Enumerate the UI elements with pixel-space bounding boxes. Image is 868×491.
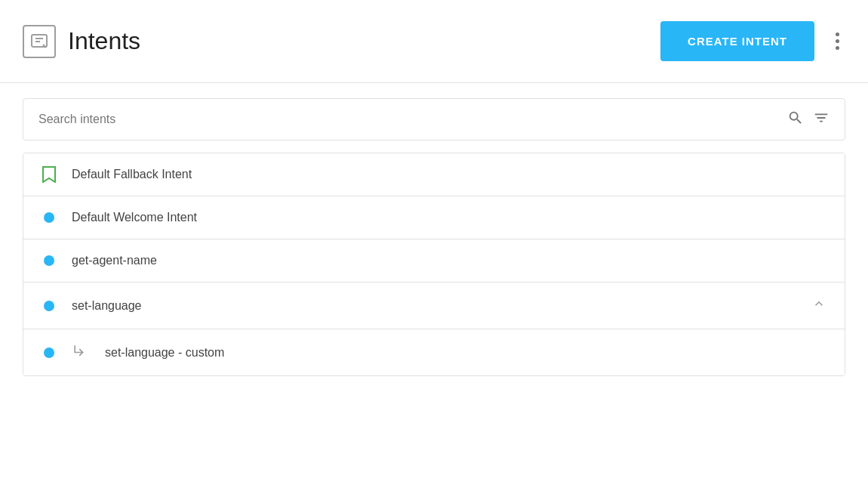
search-icons: [787, 110, 830, 129]
header-right: CREATE INTENT: [660, 21, 845, 61]
header-left: Intents: [23, 25, 140, 58]
intent-item-default-welcome[interactable]: Default Welcome Intent: [23, 196, 845, 239]
dot-icon: [42, 210, 57, 225]
intents-page-icon: [23, 25, 56, 58]
search-icon[interactable]: [787, 110, 804, 129]
more-dot-3: [836, 46, 839, 50]
sub-arrow-icon: [72, 343, 87, 362]
intent-name: set-language - custom: [105, 346, 826, 360]
main-content: Default Fallback Intent Default Welcome …: [0, 83, 868, 391]
intent-list: Default Fallback Intent Default Welcome …: [23, 153, 845, 376]
intent-item-default-fallback[interactable]: Default Fallback Intent: [23, 153, 845, 196]
filter-icon[interactable]: [813, 110, 830, 129]
intent-item-get-agent-name[interactable]: get-agent-name: [23, 239, 845, 283]
intent-name: Default Fallback Intent: [72, 168, 826, 181]
chevron-up-icon: [811, 296, 826, 315]
dot-icon: [42, 253, 57, 268]
bookmark-icon: [42, 167, 57, 182]
page-header: Intents CREATE INTENT: [0, 0, 868, 83]
page-title: Intents: [68, 27, 140, 55]
dot-icon: [42, 345, 57, 360]
intent-name: set-language: [72, 299, 790, 313]
more-dot-2: [836, 39, 839, 43]
search-input[interactable]: [38, 113, 787, 126]
create-intent-button[interactable]: CREATE INTENT: [660, 21, 814, 61]
dot-icon: [42, 298, 57, 313]
more-options-button[interactable]: [830, 29, 845, 53]
intent-name: get-agent-name: [72, 254, 826, 267]
intent-item-set-language[interactable]: set-language: [23, 283, 845, 329]
search-bar: [23, 98, 845, 141]
more-dot-1: [836, 32, 839, 36]
intent-item-set-language-custom[interactable]: set-language - custom: [23, 329, 845, 375]
intent-name: Default Welcome Intent: [72, 211, 826, 224]
